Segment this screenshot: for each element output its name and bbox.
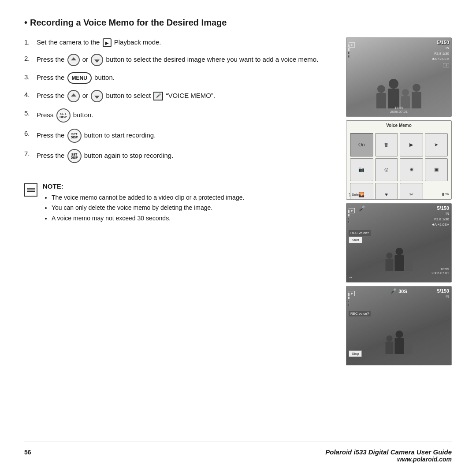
step-4: 4. Press the or button to select 🎤 “VOIC… — [24, 90, 337, 102]
screen-4-rec-stop: ▶ 🎤 30S 5/150 IN REC voice? Sto — [346, 286, 452, 365]
silhouette-group — [376, 79, 421, 108]
screen3-date: 2006.07.01 — [349, 271, 449, 275]
step4-nav-down-icon — [91, 90, 103, 102]
ok-label: ▮ Ok — [442, 192, 449, 197]
bar1 — [348, 45, 350, 47]
note-list: The voice memo cannot be added to a vide… — [43, 193, 244, 224]
screen-3-rec-start: ▶ 🎤 5/150 IN F2.8 1/30 ♣A +2.0EV — [346, 203, 452, 283]
screen1-count: 5/150 — [437, 40, 449, 45]
screen1-cam-info: F2.8 1/30 ♣A +2.0EV ▮ — [432, 51, 449, 67]
screen1-ev: ♣A +2.0EV — [432, 56, 449, 62]
step-2-num: 2. — [24, 54, 37, 64]
screen1-mode-box: ▮ — [443, 63, 449, 67]
head-1 — [377, 85, 385, 93]
screen1-in: IN — [446, 46, 449, 50]
head-4 — [413, 84, 420, 92]
note-item-2: You can only delete the voice memo by de… — [52, 203, 244, 213]
menu-item-heart: ♥ — [375, 183, 398, 200]
screen1-bottom: 18:59 2006.07.01 — [349, 106, 449, 114]
step4-nav-up — [67, 90, 80, 102]
note-section: NOTE: The voice memo cannot be added to … — [24, 182, 337, 224]
step4-nav-down — [91, 90, 103, 102]
nav-down — [91, 54, 103, 66]
screen4-in: IN — [446, 294, 449, 298]
screen4-mic-icon: 🎤 — [390, 288, 397, 294]
screen1-play-icon: ▶ — [349, 40, 355, 48]
footer-page-number: 56 — [24, 449, 31, 456]
footer-url: www.polaroid.com — [325, 456, 452, 463]
voicememo-icon: 🎤 — [153, 92, 163, 100]
menu-item-scissors: ✂ — [400, 183, 423, 200]
rec-stop-label-4: Stop — [349, 350, 362, 357]
screen-1-photo: ▶ 5/150 IN F2.8 1/30 ♣A +2.0EV ▮ — [346, 37, 452, 117]
bullet: • — [24, 18, 27, 28]
screen1-date: 2006.07.01 — [349, 110, 449, 114]
screen3-bottom: 18:59 2006.07.01 ↔ — [349, 267, 449, 279]
screen4-timer: 30S — [398, 289, 407, 294]
menu-grid: On 🗑 ▶ ➤ 📷 ◎ ⊞ ▣ 🌄 ♥ ✂ — [350, 133, 448, 200]
screen4-left-bars — [348, 293, 350, 306]
nav-down-icon — [91, 54, 103, 66]
screen3-arrows: ↔ — [349, 275, 449, 279]
menu-item-on: On — [350, 133, 373, 156]
bar2 — [348, 48, 350, 51]
playback-icon: ▶ — [103, 38, 112, 47]
screen3-left-bars — [348, 210, 350, 223]
note-icon — [24, 183, 37, 197]
content-area: 1. Set the camera to the ▶ Playback mode… — [24, 37, 452, 442]
screen3-cam-info: F2.8 1/30 ♣A +2.0EV — [432, 217, 449, 227]
screen3-time: 18:59 — [349, 267, 449, 271]
steps-column: 1. Set the camera to the ▶ Playback mode… — [24, 37, 337, 442]
step-5: 5. Press SETDISP button. — [24, 108, 337, 123]
screen1-left-bars — [348, 45, 350, 58]
screen3-count: 5/150 — [437, 205, 449, 211]
menu-item-circle: ◎ — [375, 158, 398, 182]
note-item-3: A voice memo may not exceed 30 seconds. — [52, 213, 244, 224]
note-title: NOTE: — [43, 182, 244, 190]
screen3-play-icon: ▶ — [349, 205, 355, 213]
step-2: 2. Press the or button to select the des… — [24, 54, 337, 66]
step-3: 3. Press the MENU button. — [24, 72, 337, 84]
step-4-num: 4. — [24, 90, 37, 100]
screen-2-menu: Voice Memo On 🗑 ▶ ➤ 📷 ◎ ⊞ ▣ 🌄 ♥ ✂ ⤵ — [346, 120, 452, 200]
bar3 — [348, 52, 350, 54]
step-7-text: Press the SETDISP button again to stop r… — [37, 149, 337, 163]
screen4-count: 5/150 — [437, 288, 449, 294]
person-1 — [376, 85, 386, 108]
menu-bottom-bar: ⤵ Select ▮ Ok — [349, 192, 449, 197]
footer-product-title: Polaroid i533 Digital Camera User Guide — [325, 448, 452, 456]
screen1-fstop: F2.8 1/30 — [432, 51, 449, 56]
menu-item-frame: ▣ — [425, 158, 448, 182]
screens-column: ▶ 5/150 IN F2.8 1/30 ♣A +2.0EV ▮ — [346, 37, 452, 442]
footer: 56 Polaroid i533 Digital Camera User Gui… — [24, 442, 452, 463]
step-3-num: 3. — [24, 72, 37, 82]
step-1: 1. Set the camera to the ▶ Playback mode… — [24, 37, 337, 48]
step-6: 6. Press the SETDISP button to start rec… — [24, 129, 337, 143]
screen4-timer-row: 🎤 30S — [390, 288, 407, 294]
note-item-1: The voice memo cannot be added to a vide… — [52, 193, 244, 203]
menu-item-arrow: ➤ — [425, 133, 448, 156]
menu-item-delete: 🗑 — [375, 133, 398, 156]
step-7-num: 7. — [24, 149, 37, 159]
step-5-text: Press SETDISP button. — [37, 108, 337, 123]
menu-item-camera: 📷 — [350, 158, 373, 182]
note-content: NOTE: The voice memo cannot be added to … — [43, 182, 244, 224]
nav-up-icon — [67, 54, 80, 66]
menu-item-grid: ⊞ — [400, 158, 423, 182]
step-6-text: Press the SETDISP button to start record… — [37, 129, 337, 143]
setdisp-button-icon-7: SETDISP — [67, 149, 82, 163]
step-7: 7. Press the SETDISP button again to sto… — [24, 149, 337, 163]
step-2-text: Press the or button to select the desire… — [37, 54, 337, 66]
step4-nav-up-icon — [67, 90, 80, 102]
screen3-mic-icon: 🎤 — [359, 205, 365, 212]
screen3-in: IN — [446, 212, 449, 216]
head-2 — [389, 79, 398, 89]
step-1-text: Set the camera to the ▶ Playback mode. — [37, 37, 337, 48]
step-4-text: Press the or button to select 🎤 “VOICE M… — [37, 90, 337, 102]
step-3-text: Press the MENU button. — [37, 72, 337, 84]
menu-button-icon: MENU — [67, 72, 92, 84]
setdisp-button-icon-6: SETDISP — [67, 129, 82, 143]
title-text: Recording a Voice Memo for the Desired I… — [30, 18, 227, 28]
rec-voice-label-3: REC voice? — [349, 230, 371, 236]
menu-item-play: ▶ — [400, 133, 423, 156]
